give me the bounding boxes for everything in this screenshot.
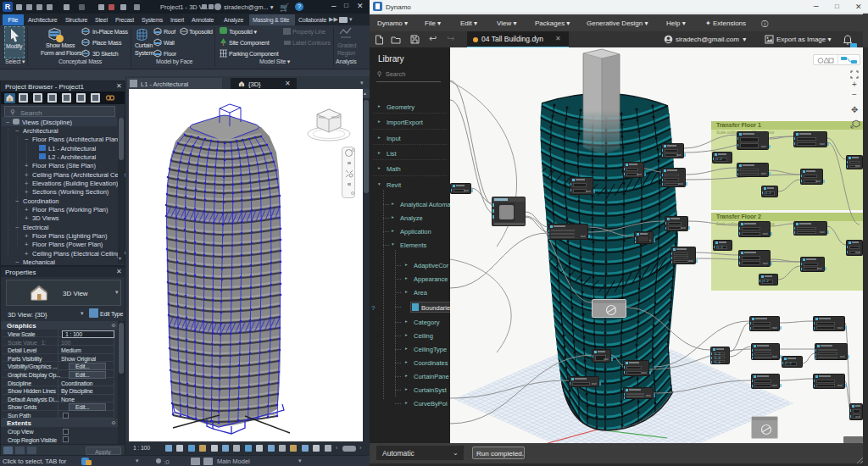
svg-text::0: :0 [164, 458, 170, 465]
svg-text:FRO: FRO [319, 116, 326, 119]
svg-text:RIGHT: RIGHT [331, 116, 342, 119]
